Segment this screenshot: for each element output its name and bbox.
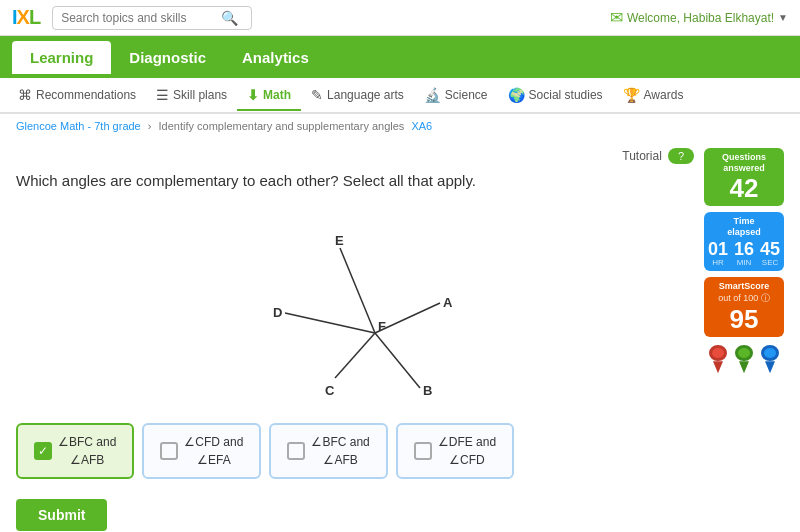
- smart-score-label: SmartScore: [708, 281, 780, 292]
- svg-line-0: [340, 248, 375, 333]
- badge-blue-ribbon: [765, 361, 775, 373]
- subnav-recommendations[interactable]: ⌘ Recommendations: [8, 81, 146, 111]
- language-arts-icon: ✎: [311, 87, 323, 103]
- geometry-diagram: E D A B C F: [245, 203, 465, 403]
- tutorial-button[interactable]: ?: [668, 148, 694, 164]
- questions-answered-value: 42: [708, 174, 780, 203]
- tab-diagnostic[interactable]: Diagnostic: [111, 41, 224, 74]
- badge-green-ribbon: [739, 361, 749, 373]
- checkbox-bfc-afb[interactable]: ✓: [34, 442, 52, 460]
- questions-answered-box: Questionsanswered 42: [704, 148, 784, 206]
- svg-line-4: [335, 333, 375, 378]
- badge-blue-circle: [761, 345, 779, 361]
- question-text: Which angles are complementary to each o…: [16, 172, 694, 189]
- choice-cfd-efa-text: ∠CFD and ∠EFA: [184, 433, 243, 469]
- search-input[interactable]: [61, 11, 221, 25]
- math-icon: ⬇: [247, 87, 259, 103]
- checkbox-bfc-afb2[interactable]: [287, 442, 305, 460]
- tutorial-row: Tutorial ?: [16, 148, 694, 164]
- checkbox-dfe-cfd[interactable]: [414, 442, 432, 460]
- badges: [704, 345, 784, 373]
- badge-green: [733, 345, 755, 373]
- awards-icon: 🏆: [623, 87, 640, 103]
- main-content: Tutorial ? Which angles are complementar…: [0, 138, 800, 532]
- choice-bfc-afb-text: ∠BFC and ∠AFB: [58, 433, 116, 469]
- tutorial-label: Tutorial: [622, 149, 662, 163]
- user-greeting: ✉ Welcome, Habiba Elkhayat! ▼: [610, 8, 788, 27]
- header: IXL 🔍 ✉ Welcome, Habiba Elkhayat! ▼: [0, 0, 800, 36]
- svg-text:E: E: [335, 233, 344, 248]
- dropdown-arrow-icon[interactable]: ▼: [778, 12, 788, 23]
- time-elapsed-label: Timeelapsed: [708, 216, 780, 238]
- svg-line-1: [285, 313, 375, 333]
- smart-score-sub: out of 100 ⓘ: [708, 292, 780, 305]
- right-panel: Questionsanswered 42 Timeelapsed 01 HR 1…: [704, 148, 784, 531]
- submit-button[interactable]: Submit: [16, 499, 107, 531]
- choice-dfe-cfd-text: ∠DFE and ∠CFD: [438, 433, 496, 469]
- time-row: 01 HR 16 MIN 45 SEC: [708, 240, 780, 267]
- subnav-science[interactable]: 🔬 Science: [414, 81, 498, 111]
- logo: IXL: [12, 6, 40, 29]
- answer-choices: ✓ ∠BFC and ∠AFB ∠CFD and ∠EFA ∠BFC and ∠…: [16, 423, 694, 479]
- choice-bfc-afb2[interactable]: ∠BFC and ∠AFB: [269, 423, 387, 479]
- svg-text:F: F: [378, 319, 386, 334]
- svg-text:C: C: [325, 383, 335, 398]
- search-icon: 🔍: [221, 10, 238, 26]
- time-sec: 45 SEC: [760, 240, 780, 267]
- smart-score-value: 95: [708, 305, 780, 334]
- tab-learning[interactable]: Learning: [12, 41, 111, 74]
- skill-code: XA6: [411, 120, 432, 132]
- recommendations-icon: ⌘: [18, 87, 32, 103]
- search-bar[interactable]: 🔍: [52, 6, 252, 30]
- checkbox-cfd-efa[interactable]: [160, 442, 178, 460]
- badge-red: [707, 345, 729, 373]
- choice-cfd-efa[interactable]: ∠CFD and ∠EFA: [142, 423, 261, 479]
- tab-analytics[interactable]: Analytics: [224, 41, 327, 74]
- subnav-skill-plans[interactable]: ☰ Skill plans: [146, 81, 237, 111]
- svg-line-3: [375, 333, 420, 388]
- badge-green-circle: [735, 345, 753, 361]
- subnav-awards[interactable]: 🏆 Awards: [613, 81, 694, 111]
- skill-plans-icon: ☰: [156, 87, 169, 103]
- svg-text:D: D: [273, 305, 282, 320]
- svg-text:B: B: [423, 383, 432, 398]
- badge-blue: [759, 345, 781, 373]
- time-min: 16 MIN: [734, 240, 754, 267]
- choice-dfe-cfd[interactable]: ∠DFE and ∠CFD: [396, 423, 514, 479]
- nav-tabs: Learning Diagnostic Analytics: [0, 36, 800, 78]
- subnav-social-studies[interactable]: 🌍 Social studies: [498, 81, 613, 111]
- social-studies-icon: 🌍: [508, 87, 525, 103]
- badge-red-ribbon: [713, 361, 723, 373]
- sub-nav: ⌘ Recommendations ☰ Skill plans ⬇ Math ✎…: [0, 78, 800, 114]
- breadcrumb-grade-link[interactable]: Glencoe Math - 7th grade: [16, 120, 141, 132]
- breadcrumb-separator: ›: [148, 120, 152, 132]
- smart-score-box: SmartScore out of 100 ⓘ 95: [704, 277, 784, 337]
- content-area: Tutorial ? Which angles are complementar…: [16, 148, 694, 531]
- choice-bfc-afb[interactable]: ✓ ∠BFC and ∠AFB: [16, 423, 134, 479]
- subnav-language-arts[interactable]: ✎ Language arts: [301, 81, 414, 111]
- time-hr: 01 HR: [708, 240, 728, 267]
- breadcrumb-current: Identify complementary and supplementary…: [159, 120, 405, 132]
- time-elapsed-box: Timeelapsed 01 HR 16 MIN 45 SEC: [704, 212, 784, 271]
- science-icon: 🔬: [424, 87, 441, 103]
- badge-red-circle: [709, 345, 727, 361]
- breadcrumb: Glencoe Math - 7th grade › Identify comp…: [0, 114, 800, 138]
- svg-text:A: A: [443, 295, 453, 310]
- questions-answered-label: Questionsanswered: [708, 152, 780, 174]
- choice-bfc-afb2-text: ∠BFC and ∠AFB: [311, 433, 369, 469]
- subnav-math[interactable]: ⬇ Math: [237, 81, 301, 111]
